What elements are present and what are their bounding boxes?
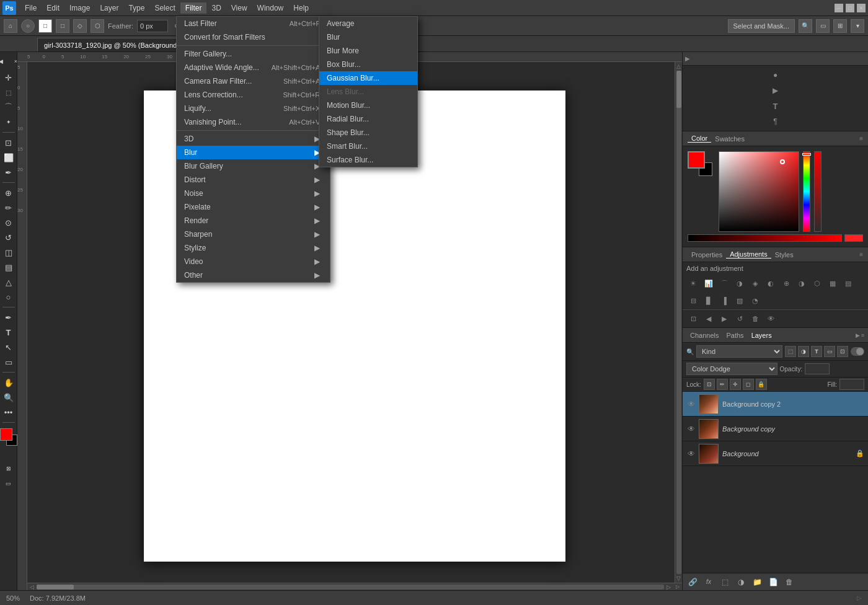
history-brush[interactable]: ↺: [2, 231, 16, 244]
adj-panel-menu-icon[interactable]: ≡: [859, 251, 863, 258]
type-icon[interactable]: T: [769, 99, 782, 113]
box-blur-item[interactable]: Box Blur...: [319, 58, 417, 71]
surface-blur-item[interactable]: Surface Blur...: [319, 153, 417, 167]
more-tools[interactable]: •••: [2, 405, 16, 419]
render-item[interactable]: Render ▶: [177, 214, 330, 227]
blur-blur-item[interactable]: Blur: [319, 30, 417, 44]
type-tool[interactable]: T: [2, 325, 16, 339]
layer-filter-select[interactable]: Kind: [696, 345, 782, 358]
color-wheel-icon[interactable]: ●: [769, 68, 782, 82]
gradient-map-icon[interactable]: ▧: [733, 294, 746, 307]
adaptive-wide-angle-item[interactable]: Adaptive Wide Angle... Alt+Shift+Ctrl+A: [177, 61, 330, 74]
transparency-bar[interactable]: [814, 151, 822, 232]
3d-item[interactable]: 3D ▶: [177, 132, 330, 146]
layers-panel-expand-icon[interactable]: ▶: [856, 332, 860, 338]
menu-layer[interactable]: Layer: [95, 2, 123, 14]
close-btn[interactable]: ×: [857, 4, 866, 12]
menu-type[interactable]: Type: [123, 2, 149, 14]
layer-vis-background-copy[interactable]: 👁: [686, 424, 696, 434]
opacity-input[interactable]: 100%: [805, 363, 830, 374]
link-layers-icon[interactable]: 🔗: [686, 576, 699, 588]
menu-view[interactable]: View: [226, 2, 252, 14]
vanishing-point-item[interactable]: Vanishing Point... Alt+Ctrl+V: [177, 115, 330, 129]
menu-edit[interactable]: Edit: [42, 2, 64, 14]
photo-filter-icon[interactable]: ⬡: [810, 277, 824, 289]
collapse-toolbar-btn[interactable]: ◀: [0, 55, 8, 68]
color-balance-icon[interactable]: ⊕: [779, 277, 793, 289]
properties-tab[interactable]: Properties: [688, 251, 726, 258]
channel-mixer-icon[interactable]: ▦: [826, 277, 839, 289]
lock-transparent-icon[interactable]: ⊡: [704, 379, 715, 390]
foreground-color-swatch[interactable]: [0, 428, 12, 441]
search-btn[interactable]: 🔍: [799, 19, 812, 33]
screen-mode-btn[interactable]: ▭: [2, 477, 16, 490]
eyedropper-tool[interactable]: ✒: [2, 166, 16, 179]
quick-select-tool[interactable]: ✦: [2, 115, 16, 129]
minimize-btn[interactable]: ─: [835, 4, 843, 12]
convert-smart-item[interactable]: Convert for Smart Filters: [177, 30, 330, 44]
scroll-expand[interactable]: ▷: [673, 584, 682, 590]
vertical-scrollbar[interactable]: △ ▽: [675, 62, 682, 583]
curves-icon[interactable]: ⌒: [717, 277, 731, 289]
scrollbar-track-v[interactable]: [676, 71, 681, 574]
delete-layer-icon[interactable]: 🗑: [783, 576, 795, 588]
layers-panel-menu-icon[interactable]: ≡: [861, 332, 864, 338]
video-item[interactable]: Video ▶: [177, 255, 330, 268]
rect-tool-white[interactable]: □: [38, 19, 52, 33]
delete-adj-icon[interactable]: 🗑: [748, 312, 762, 325]
panel-toggle-top[interactable]: ⊞: [833, 19, 847, 33]
hue-saturation-icon[interactable]: ◐: [764, 277, 777, 289]
lens-blur-item[interactable]: Lens Blur...: [319, 85, 417, 99]
quick-mask[interactable]: ⊠: [2, 462, 16, 475]
selective-color-icon[interactable]: ◔: [748, 294, 762, 307]
threshold-icon[interactable]: ▐: [717, 294, 731, 307]
black-white-icon[interactable]: ◑: [795, 277, 808, 289]
scroll-right-icon[interactable]: ▷: [664, 584, 673, 590]
scroll-up-icon[interactable]: △: [676, 62, 681, 71]
selection-tool[interactable]: ⬚: [2, 86, 16, 99]
adjustments-tab[interactable]: Adjustments: [726, 250, 771, 258]
noise-item[interactable]: Noise ▶: [177, 187, 330, 200]
brush-tool[interactable]: ✏: [2, 201, 16, 214]
add-mask-icon[interactable]: ⬚: [719, 576, 731, 588]
layer-item-background[interactable]: 👁 Background 🔒: [683, 441, 868, 466]
color-lookup-icon[interactable]: ▤: [841, 277, 855, 289]
menu-select[interactable]: Select: [149, 2, 180, 14]
ellipse-tool[interactable]: ○: [21, 19, 35, 33]
other-item[interactable]: Other ▶: [177, 268, 330, 282]
brightness-contrast-icon[interactable]: ☀: [686, 277, 700, 289]
move-tool[interactable]: ✛: [2, 71, 16, 84]
last-filter-item[interactable]: Last Filter Alt+Ctrl+F: [177, 17, 330, 30]
new-fill-layer-icon[interactable]: ◑: [735, 576, 747, 588]
quick-mask-btn[interactable]: ⊠: [2, 462, 16, 475]
color-tab[interactable]: Color: [688, 135, 711, 143]
hand-tool[interactable]: ✋: [2, 376, 16, 389]
scrollbar-thumb-v[interactable]: [676, 71, 681, 108]
menu-filter[interactable]: Filter: [180, 2, 207, 14]
fill-input[interactable]: 100%: [839, 379, 864, 390]
color-spectrum-bar[interactable]: [803, 151, 810, 232]
healing-tool[interactable]: ⊕: [2, 186, 16, 200]
blur-gallery-item[interactable]: Blur Gallery ▶: [177, 159, 330, 173]
layer-filter-type-icon[interactable]: T: [811, 346, 822, 357]
home-tool[interactable]: ⌂: [4, 19, 17, 33]
shape-blur-item[interactable]: Shape Blur...: [319, 126, 417, 139]
dodge-tool[interactable]: ○: [2, 290, 16, 304]
zoom-tool[interactable]: 🔍: [2, 391, 16, 404]
layer-filter-toggle[interactable]: [851, 347, 864, 356]
posterize-icon[interactable]: ▊: [702, 294, 715, 307]
menu-file[interactable]: File: [20, 2, 42, 14]
crop-tool[interactable]: ⊡: [2, 136, 16, 149]
motion-blur-item[interactable]: Motion Blur...: [319, 99, 417, 112]
fx-icon[interactable]: fx: [702, 576, 715, 588]
shape-tool[interactable]: ◇: [73, 19, 87, 33]
menu-window[interactable]: Window: [252, 2, 289, 14]
pen-tool[interactable]: ✒: [2, 311, 16, 324]
scroll-down-icon[interactable]: ▽: [676, 574, 681, 583]
paragraph-icon[interactable]: ¶: [769, 115, 782, 128]
layer-vis-background[interactable]: 👁: [686, 449, 696, 459]
panel-menu-icon[interactable]: ≡: [859, 135, 863, 142]
path-tool[interactable]: ⬡: [91, 19, 104, 33]
layer-filter-pixel-icon[interactable]: ⬚: [785, 346, 796, 357]
levels-icon[interactable]: 📊: [702, 277, 715, 289]
